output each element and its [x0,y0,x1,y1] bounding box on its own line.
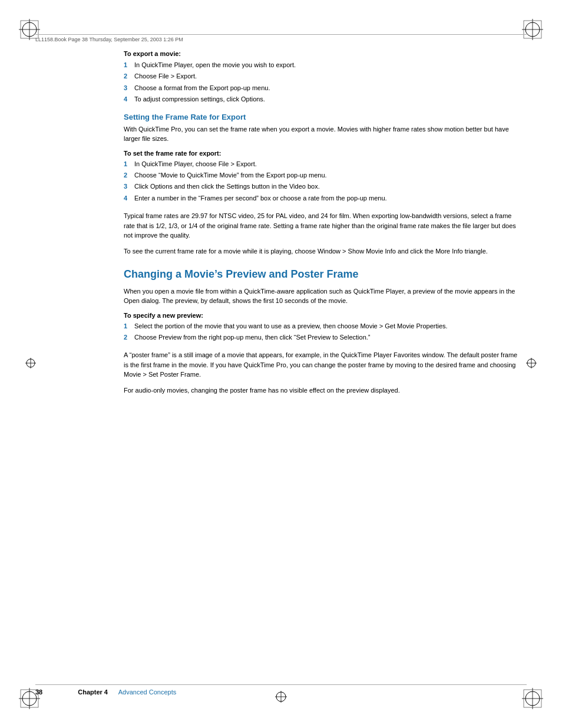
frame-rate-steps-label: To set the frame rate for export: [124,150,518,157]
export-step-4: 4 To adjust compression settings, click … [124,95,518,104]
export-step-3: 3 Choose a format from the Export pop-up… [124,84,518,93]
frame-rate-intro: With QuickTime Pro, you can set the fram… [124,124,518,144]
step-text-1: In QuickTime Player, open the movie you … [134,61,296,70]
step-text-3: Choose a format from the Export pop-up m… [134,84,270,93]
step-num-3: 3 [124,84,130,93]
crosshair-right-mid [525,357,537,371]
fr-step-text-2: Choose “Movie to QuickTime Movie” from t… [134,171,327,180]
step-text-2: Choose File > Export. [134,72,197,81]
preview-steps-label: To specify a new preview: [124,312,518,319]
export-step-1: 1 In QuickTime Player, open the movie yo… [124,61,518,70]
prev-step-text-1: Select the portion of the movie that you… [134,322,448,331]
frame-rate-steps-list: 1 In QuickTime Player, choose File > Exp… [124,160,518,203]
header-bar: LL1158.Book Page 38 Thursday, September … [35,34,527,42]
frame-rate-section: Setting the Frame Rate for Export With Q… [124,113,518,256]
footer-chapter-label: Chapter 4 [78,689,108,696]
export-step-2: 2 Choose File > Export. [124,72,518,81]
step-num-1: 1 [124,61,130,70]
preview-poster-intro: When you open a movie file from within a… [124,286,518,306]
export-movie-section: To export a movie: 1 In QuickTime Player… [124,50,518,104]
preview-poster-section: Changing a Movie’s Preview and Poster Fr… [124,268,518,395]
fr-step-num-4: 4 [124,194,130,203]
frame-rate-step-3: 3 Click Options and then click the Setti… [124,182,518,191]
fr-step-text-4: Enter a number in the “Frames per second… [134,194,387,203]
footer-chapter-separator [110,689,117,696]
header-text: LL1158.Book Page 38 Thursday, September … [35,37,183,42]
export-label: To export a movie: [124,50,518,57]
footer-page-number: 38 [35,689,42,696]
main-content: To export a movie: 1 In QuickTime Player… [124,50,518,681]
frame-rate-heading: Setting the Frame Rate for Export [124,113,518,121]
preview-steps-list: 1 Select the portion of the movie that y… [124,322,518,342]
fr-step-num-1: 1 [124,160,130,169]
preview-poster-heading: Changing a Movie’s Preview and Poster Fr… [124,268,518,281]
step-num-4: 4 [124,95,130,104]
preview-note1: A “poster frame” is a still image of a m… [124,350,518,380]
crosshair-left-mid [25,357,37,371]
crosshair-bottom-center [275,690,287,706]
fr-step-num-3: 3 [124,182,130,191]
step-num-2: 2 [124,72,130,81]
prev-step-text-2: Choose Preview from the right pop-up men… [134,333,370,342]
prev-step-num-1: 1 [124,322,130,331]
step-text-4: To adjust compression settings, click Op… [134,95,265,104]
preview-note2: For audio-only movies, changing the post… [124,386,518,396]
preview-step-2: 2 Choose Preview from the right pop-up m… [124,333,518,342]
frame-rate-step-2: 2 Choose “Movie to QuickTime Movie” from… [124,171,518,180]
prev-step-num-2: 2 [124,333,130,342]
frame-rate-step-1: 1 In QuickTime Player, choose File > Exp… [124,160,518,169]
fr-step-num-2: 2 [124,171,130,180]
preview-step-1: 1 Select the portion of the movie that y… [124,322,518,331]
fr-step-text-1: In QuickTime Player, choose File > Expor… [134,160,257,169]
export-steps-list: 1 In QuickTime Player, open the movie yo… [124,61,518,104]
fr-step-text-3: Click Options and then click the Setting… [134,182,320,191]
page: LL1158.Book Page 38 Thursday, September … [0,0,562,728]
frame-rate-note2: To see the current frame rate for a movi… [124,246,518,256]
footer-chapter-info: Chapter 4 Advanced Concepts [78,689,176,696]
frame-rate-step-4: 4 Enter a number in the “Frames per seco… [124,194,518,203]
frame-rate-note1: Typical frame rates are 29.97 for NTSC v… [124,211,518,241]
footer-chapter-name: Advanced Concepts [118,689,176,696]
